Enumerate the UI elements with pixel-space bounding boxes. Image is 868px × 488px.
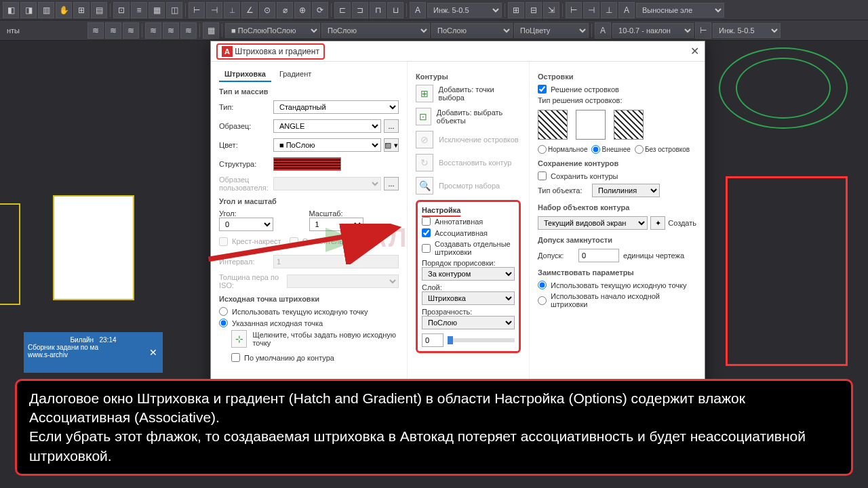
inherit-source-radio[interactable]: Использовать начало исходной штриховки bbox=[538, 292, 696, 308]
phone-url: www.s-archiv bbox=[28, 351, 159, 359]
transparency-select[interactable]: ПоСлою bbox=[422, 316, 515, 329]
hatch-icon[interactable]: ≋ bbox=[105, 22, 121, 39]
island-detection-check[interactable]: Решение островков bbox=[538, 85, 696, 94]
island-ignore-radio[interactable]: Без островков bbox=[635, 145, 690, 154]
add-select-objects-button[interactable]: ⊡ Добавить: выбрать объекты bbox=[416, 108, 521, 125]
close-icon[interactable]: ✕ bbox=[690, 45, 699, 58]
pattern-select[interactable]: ANGLE bbox=[273, 119, 381, 133]
dim-icon[interactable]: ⊥ bbox=[601, 2, 617, 18]
dim-icon[interactable]: ⊐ bbox=[352, 2, 368, 18]
hatch-icon[interactable]: ≋ bbox=[163, 22, 179, 39]
tool-icon[interactable]: ▤ bbox=[91, 2, 107, 18]
hatch-color-select[interactable]: ■ ПоСлою bbox=[273, 138, 381, 152]
tool-icon[interactable]: ▦ bbox=[149, 2, 165, 18]
boundary-set-select[interactable]: Текущий видовой экран bbox=[538, 216, 648, 230]
dim-icon[interactable]: ⊢ bbox=[695, 22, 711, 39]
dimstyle2-select[interactable]: Инж. 5-0.5 bbox=[713, 23, 781, 38]
draw-order-label: Порядок прорисовки: bbox=[422, 259, 515, 267]
hatch-icon[interactable]: ≋ bbox=[123, 22, 139, 39]
text-icon[interactable]: A bbox=[595, 22, 611, 39]
dim-icon[interactable]: A bbox=[618, 2, 635, 18]
transparency-value[interactable] bbox=[422, 333, 443, 347]
dim-icon[interactable]: ⊢ bbox=[566, 2, 582, 18]
dim-icon[interactable]: ⊞ bbox=[508, 2, 524, 18]
tool-icon[interactable]: ◧ bbox=[3, 2, 19, 18]
view-icon: 🔍 bbox=[416, 177, 433, 195]
gap-label: Допуск: bbox=[538, 251, 578, 260]
origin-current-radio[interactable]: Использовать текущую исходную точку bbox=[219, 307, 399, 316]
add-points-label: Добавить: точки выбора bbox=[439, 85, 521, 102]
dim-icon[interactable]: ⊕ bbox=[294, 2, 311, 18]
toolbar-props: нты ≋ ≋ ≋ ≋ ≋ ≋ ▦ ■ ПоСлоюПоСлою ПоСлою … bbox=[0, 20, 868, 41]
origin-default-check[interactable]: По умолчанию до контура bbox=[231, 353, 399, 362]
tool-icon[interactable]: ◫ bbox=[166, 2, 182, 18]
group-boundaries: Контуры bbox=[416, 73, 521, 81]
dim-icon[interactable]: ⊣ bbox=[583, 2, 599, 18]
plotcolor-select[interactable]: ПоЦвету bbox=[514, 23, 589, 38]
inherit-current-radio[interactable]: Использовать текущую исходную точку bbox=[538, 281, 696, 289]
hatch-layer-label: Слой: bbox=[422, 283, 515, 291]
annotative-check[interactable]: Аннотативная bbox=[422, 217, 515, 226]
hatch-icon[interactable]: ≋ bbox=[145, 22, 161, 39]
dim-icon[interactable]: ∠ bbox=[241, 2, 258, 18]
dim-style-select[interactable]: Выносные эле bbox=[636, 3, 724, 18]
retain-boundaries-check[interactable]: Сохранить контуры bbox=[538, 171, 696, 180]
origin-pick-button[interactable]: ⊹ Щелкните, чтобы задать новую исходную … bbox=[231, 330, 399, 348]
hatch-layer-select[interactable]: Штриховка bbox=[422, 291, 515, 305]
dim-icon[interactable]: ⊔ bbox=[387, 2, 403, 18]
group-type: Тип и массив bbox=[219, 87, 399, 96]
pattern-browse-button[interactable]: ... bbox=[384, 119, 399, 133]
dim-icon[interactable]: ⟂ bbox=[224, 2, 240, 18]
associative-check[interactable]: Ассоциативная bbox=[422, 228, 515, 237]
lineweight-select[interactable]: ПоСлою bbox=[431, 23, 513, 38]
island-normal-icon[interactable] bbox=[538, 110, 568, 140]
dim-icon[interactable]: ⊟ bbox=[526, 2, 542, 18]
transparency-label: Прозрачность: bbox=[422, 308, 515, 316]
dim-icon[interactable]: ⊢ bbox=[189, 2, 205, 18]
bgcolor-button[interactable]: ▨ ▾ bbox=[384, 138, 399, 152]
text-style-select[interactable]: Инж. 5-0.5 bbox=[427, 3, 502, 18]
dim-icon[interactable]: ⌀ bbox=[277, 2, 293, 18]
island-normal-radio[interactable]: Нормальное bbox=[538, 145, 587, 154]
origin-specified-radio[interactable]: Указанная исходная точка bbox=[219, 319, 399, 327]
hatch-icon[interactable]: ≋ bbox=[87, 22, 104, 39]
caption-line2: Если убрать этот флажок, то создаваемая … bbox=[29, 427, 839, 466]
angle-select[interactable]: 0 bbox=[219, 218, 273, 231]
tool-icon[interactable]: ⊡ bbox=[113, 2, 130, 18]
linetype-select[interactable]: ПоСлою bbox=[321, 23, 430, 38]
tool-icon[interactable]: ◨ bbox=[20, 2, 37, 18]
tab-hatch[interactable]: Штриховка bbox=[219, 67, 271, 82]
pan-icon[interactable]: ✋ bbox=[56, 2, 72, 18]
pattern-preview[interactable] bbox=[273, 157, 341, 171]
layer-icon[interactable]: ▦ bbox=[203, 22, 219, 39]
dim-icon[interactable]: ⊏ bbox=[334, 2, 351, 18]
hatch-icon[interactable]: ≋ bbox=[180, 22, 197, 39]
dim-icon[interactable]: ⊓ bbox=[370, 2, 386, 18]
tab-gradient[interactable]: Градиент bbox=[274, 67, 317, 82]
gap-input[interactable] bbox=[578, 249, 619, 262]
textstyle2-select[interactable]: 10-0.7 - наклон bbox=[612, 23, 694, 38]
interval-input bbox=[273, 255, 399, 268]
tool-icon[interactable]: ⊞ bbox=[73, 2, 90, 18]
new-boundary-icon-button[interactable]: ✦ bbox=[650, 216, 665, 230]
separate-hatch-check[interactable]: Создавать отдельные штриховки bbox=[422, 240, 515, 256]
type-select[interactable]: Стандартный bbox=[273, 100, 399, 114]
dim-icon[interactable]: ⟳ bbox=[312, 2, 328, 18]
phone-close-icon[interactable]: ✕ bbox=[149, 347, 157, 358]
color-select[interactable]: ■ ПоСлоюПоСлою bbox=[225, 23, 320, 38]
dim-icon[interactable]: ⊣ bbox=[206, 2, 222, 18]
tool-icon[interactable]: ≡ bbox=[131, 2, 147, 18]
dim-icon[interactable]: A bbox=[410, 2, 426, 18]
scale-select[interactable]: 1 bbox=[309, 218, 363, 231]
island-outer-radio[interactable]: Внешнее bbox=[591, 145, 630, 154]
dim-icon[interactable]: ⊙ bbox=[259, 2, 275, 18]
add-pick-points-button[interactable]: ⊞ Добавить: точки выбора bbox=[416, 85, 521, 102]
tool-icon[interactable]: ▥ bbox=[38, 2, 54, 18]
dialog-title-text: Штриховка и градиент bbox=[235, 47, 319, 56]
tab-end-label: нты bbox=[3, 26, 24, 35]
draw-order-select[interactable]: За контуром bbox=[422, 267, 515, 281]
transparency-slider[interactable] bbox=[448, 338, 515, 342]
dim-icon[interactable]: ⇲ bbox=[543, 2, 559, 18]
island-outer-icon[interactable] bbox=[576, 110, 606, 140]
island-ignore-icon[interactable] bbox=[614, 110, 644, 140]
